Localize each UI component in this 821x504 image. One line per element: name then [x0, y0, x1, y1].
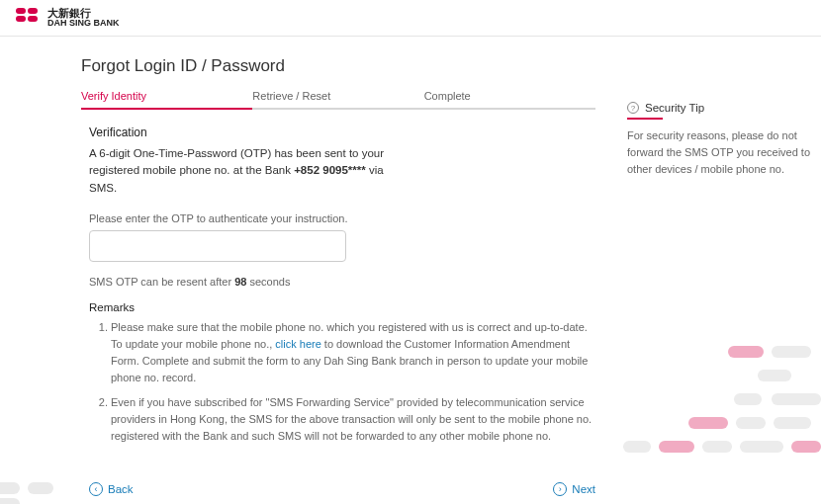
remark-2-text: Even if you have subscribed for "SMS For…: [111, 396, 592, 442]
step-retrieve-reset: Retrieve / Reset: [252, 90, 423, 110]
otp-input[interactable]: [89, 230, 346, 262]
brand-en: DAH SING BANK: [47, 19, 120, 28]
sidebar: ? Security Tip For security reasons, ple…: [627, 56, 815, 496]
chevron-left-icon: ‹: [89, 482, 103, 496]
tip-title: Security Tip: [645, 102, 704, 114]
step-indicator: Verify Identity Retrieve / Reset Complet…: [81, 90, 595, 110]
next-label: Next: [572, 483, 595, 495]
remarks-list: Please make sure that the mobile phone n…: [89, 319, 595, 445]
next-button[interactable]: › Next: [553, 482, 595, 496]
chevron-right-icon: ›: [553, 482, 567, 496]
otp-msg-phone: +852 9095****: [294, 164, 366, 176]
security-tip-heading: ? Security Tip: [627, 102, 815, 120]
back-label: Back: [108, 483, 134, 495]
bank-logo-icon: [16, 8, 40, 28]
header: 大新銀行 DAH SING BANK: [0, 0, 821, 37]
list-item: Please make sure that the mobile phone n…: [111, 319, 595, 386]
step-verify-identity: Verify Identity: [81, 90, 252, 110]
resend-post: seconds: [246, 276, 290, 288]
verification-heading: Verification: [89, 126, 595, 139]
resend-pre: SMS OTP can be resent after: [89, 276, 234, 288]
otp-resend-countdown: SMS OTP can be resent after 98 seconds: [89, 276, 595, 288]
list-item: Even if you have subscribed for "SMS For…: [111, 394, 595, 445]
security-tip-text: For security reasons, please do not forw…: [627, 127, 815, 178]
resend-seconds: 98: [234, 276, 246, 288]
back-button[interactable]: ‹ Back: [89, 482, 134, 496]
question-icon: ?: [627, 102, 639, 114]
otp-prompt: Please enter the OTP to authenticate you…: [89, 212, 595, 224]
page-title: Forgot Login ID / Password: [81, 56, 595, 76]
otp-sent-message: A 6-digit One-Time-Password (OTP) has be…: [89, 145, 396, 197]
bank-logo-text: 大新銀行 DAH SING BANK: [47, 8, 120, 28]
remarks-heading: Remarks: [89, 301, 595, 313]
step-complete: Complete: [424, 90, 595, 110]
amendment-form-link[interactable]: click here: [275, 338, 320, 350]
main-content: Forgot Login ID / Password Verify Identi…: [81, 56, 595, 496]
